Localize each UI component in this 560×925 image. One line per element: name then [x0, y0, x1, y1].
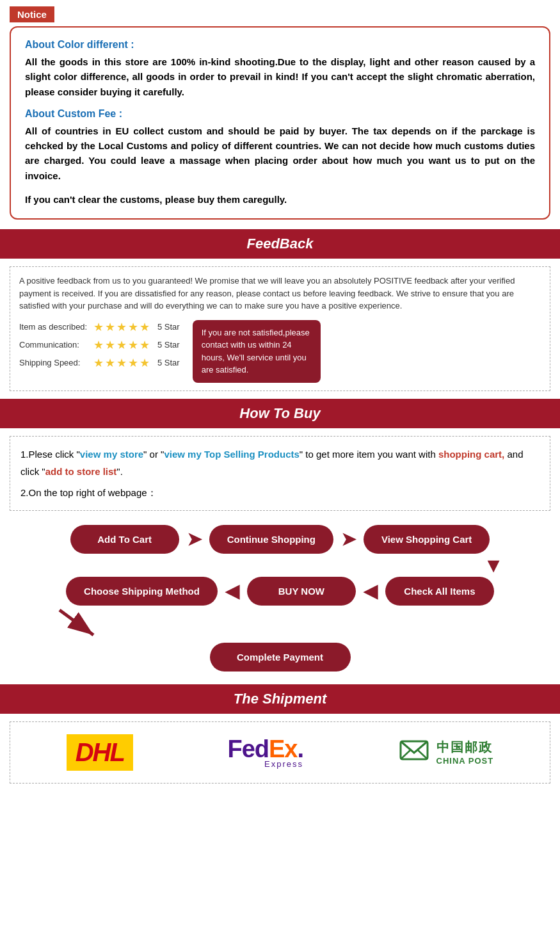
flow-btn-view-cart[interactable]: View Shopping Cart	[364, 525, 490, 554]
feedback-ratings: Item as described: ★★★★★ 5 Star Communic…	[19, 320, 541, 383]
fee-title: About Custom Fee :	[25, 108, 535, 120]
dhl-text: DHL	[67, 734, 133, 771]
howtobuy-step1: 1.Plese click "view my store" or "view m…	[20, 446, 540, 480]
chinapost-logo: 中国邮政 CHINA POST	[398, 734, 494, 771]
step1-post: " to get more item you want with	[300, 449, 438, 460]
feedback-box: A positive feedback from us to you guara…	[10, 266, 550, 391]
flow-complete-row: Complete Payment	[210, 643, 351, 672]
howtobuy-header: How To Buy	[0, 399, 560, 428]
flow-section: Add To Cart ➤ Continue Shopping ➤ View S…	[0, 519, 560, 684]
chinapost-en: CHINA POST	[436, 756, 494, 766]
fedex-dot: .	[297, 736, 303, 762]
fedex-logo: FedEx. Express	[227, 736, 303, 769]
chinapost-svg-icon	[398, 734, 430, 766]
rating-row-described: Item as described: ★★★★★ 5 Star	[19, 320, 180, 334]
fedex-fed: Fed	[227, 736, 269, 762]
step1-cart: shopping cart,	[438, 449, 504, 460]
flow-btn-add-to-cart[interactable]: Add To Cart	[70, 525, 179, 554]
flow-btn-complete-payment[interactable]: Complete Payment	[210, 643, 351, 672]
feedback-intro: A positive feedback from us to you guara…	[19, 275, 541, 312]
rating-row-shipping: Shipping Speed: ★★★★★ 5 Star	[19, 356, 180, 370]
dhl-logo: DHL	[67, 734, 133, 771]
flow-wrapper: Add To Cart ➤ Continue Shopping ➤ View S…	[6, 525, 554, 672]
diag-arrow-container	[6, 607, 554, 639]
star-count-shipping: 5 Star	[157, 358, 180, 367]
stars-shipping: ★★★★★	[93, 356, 151, 370]
svg-line-3	[401, 750, 411, 759]
stars-described: ★★★★★	[93, 320, 151, 334]
star-count-described: 5 Star	[157, 322, 180, 332]
flow-btn-buy-now[interactable]: BUY NOW	[247, 577, 356, 606]
step1-link1[interactable]: view my store	[80, 449, 143, 460]
step1-add: add to store list	[45, 466, 117, 477]
arrow-left-1: ◀	[225, 581, 239, 602]
stars-communication: ★★★★★	[93, 338, 151, 352]
chinapost-icon	[398, 734, 430, 771]
chinapost-text: 中国邮政 CHINA POST	[436, 739, 494, 766]
flow-btn-choose-shipping[interactable]: Choose Shipping Method	[66, 577, 218, 606]
rating-label-shipping: Shipping Speed:	[19, 358, 90, 367]
svg-line-4	[417, 750, 428, 759]
color-text: All the goods in this store are 100% in-…	[25, 54, 535, 99]
down-arrow-right: ▼	[6, 555, 554, 575]
rating-label-communication: Communication:	[19, 340, 90, 350]
arrow-left-2: ◀	[364, 581, 378, 602]
notice-section: Notice About Color different : All the g…	[0, 0, 560, 229]
howtobuy-section: 1.Plese click "view my store" or "view m…	[0, 428, 560, 519]
shipment-header: The Shipment	[0, 684, 560, 714]
feedback-section: A positive feedback from us to you guara…	[0, 259, 560, 399]
flow-btn-continue-shopping[interactable]: Continue Shopping	[209, 525, 333, 554]
step1-close: ".	[116, 466, 123, 477]
notice-box: About Color different : All the goods in…	[10, 26, 550, 220]
arrow-right-2: ➤	[341, 529, 356, 550]
rating-row-communication: Communication: ★★★★★ 5 Star	[19, 338, 180, 352]
howtobuy-step2: 2.On the top right of webpage：	[20, 484, 540, 501]
flow-btn-check-all[interactable]: Check All Items	[385, 577, 494, 606]
feedback-header: FeedBack	[0, 229, 560, 259]
flow-row-2: Choose Shipping Method ◀ BUY NOW ◀ Check…	[6, 577, 554, 606]
fee-text2: If you can't clear the customs, please b…	[25, 192, 535, 207]
howtobuy-box: 1.Plese click "view my store" or "view m…	[10, 436, 550, 511]
shipment-box: DHL FedEx. Express 中国邮政 CHINA PO	[10, 721, 550, 784]
shipment-section: DHL FedEx. Express 中国邮政 CHINA PO	[0, 714, 560, 796]
rating-label-described: Item as described:	[19, 322, 90, 332]
fee-text1: All of countries in EU collect custom an…	[25, 124, 535, 183]
step1-link2[interactable]: view my Top Selling Products	[164, 449, 299, 460]
flow-row-1: Add To Cart ➤ Continue Shopping ➤ View S…	[6, 525, 554, 554]
star-count-communication: 5 Star	[157, 340, 180, 350]
notice-tab: Notice	[10, 6, 54, 22]
step1-pre: 1.Plese click "	[20, 449, 80, 460]
chinapost-cn: 中国邮政	[436, 739, 494, 756]
svg-line-1	[60, 610, 93, 635]
arrow-right-1: ➤	[187, 529, 202, 550]
step1-mid: " or "	[143, 449, 164, 460]
feedback-bubble: If you are not satisfied,please contact …	[193, 320, 321, 383]
ratings-table: Item as described: ★★★★★ 5 Star Communic…	[19, 320, 180, 374]
diagonal-arrow-icon	[56, 607, 101, 639]
fedex-ex: Ex	[269, 736, 297, 762]
color-title: About Color different :	[25, 39, 535, 51]
